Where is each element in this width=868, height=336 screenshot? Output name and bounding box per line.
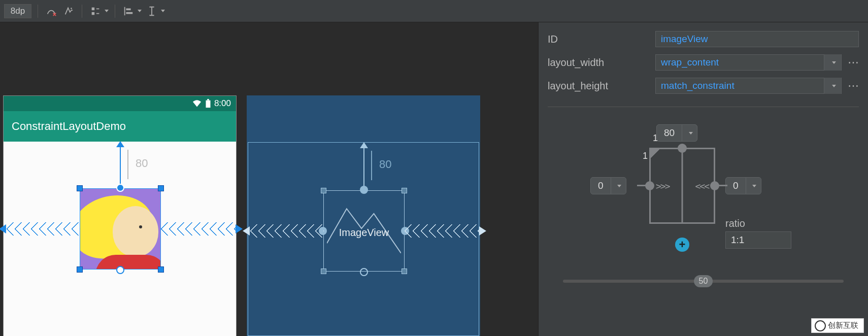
blueprint-preview: 80 ImageView	[247, 95, 480, 336]
attr-label-width: layout_width	[548, 57, 649, 69]
ratio-toggle-icon[interactable]	[649, 148, 661, 160]
infer-constraints-icon[interactable]	[61, 4, 76, 18]
width-mode-icon[interactable]: >>>	[656, 181, 670, 191]
resize-handle[interactable]	[158, 266, 164, 273]
ratio-label: ratio	[725, 218, 791, 229]
app-title: ConstraintLayoutDemo	[12, 120, 126, 133]
chevron-down-icon	[105, 10, 109, 12]
toolbar-separator	[38, 5, 38, 18]
layout-height-select[interactable]: match_constraint	[655, 78, 842, 94]
arrow-right-icon	[479, 226, 486, 236]
svg-rect-10	[207, 99, 209, 100]
left-margin-input[interactable]: 0	[590, 177, 626, 194]
arrow-left-icon	[0, 224, 6, 233]
avatar-image	[80, 189, 160, 269]
right-margin-value: 0	[726, 180, 746, 191]
right-anchor[interactable]	[710, 181, 719, 190]
resize-handle[interactable]	[158, 185, 164, 191]
ratio-field: ratio 1:1	[725, 218, 791, 249]
svg-rect-4	[92, 7, 95, 10]
svg-point-2	[71, 8, 72, 9]
attributes-panel: ID imageView layout_width wrap_content ⋯…	[538, 22, 868, 336]
attr-label-id: ID	[548, 33, 649, 45]
attr-row-height: layout_height match_constraint ⋯	[548, 74, 859, 97]
add-bottom-constraint-icon[interactable]: +	[675, 238, 689, 252]
view-label: ImageView	[339, 227, 389, 239]
ratio-input[interactable]: 1:1	[725, 231, 791, 249]
pack-icon	[88, 4, 103, 18]
arrow-right-icon	[236, 224, 243, 233]
image-view-blueprint[interactable]: ImageView	[323, 190, 405, 272]
chevron-down-icon	[138, 10, 142, 12]
spring-constraint-left	[250, 224, 324, 238]
status-bar: 8:00	[4, 96, 236, 111]
layout-editor-toolbar: 8dp	[0, 0, 868, 22]
preview-body: 80	[4, 142, 236, 336]
right-margin-input[interactable]: 0	[725, 177, 761, 194]
default-margin-input[interactable]: 8dp	[4, 4, 31, 18]
top-margin-label: 80	[379, 158, 391, 171]
battery-icon	[205, 99, 211, 108]
arrow-up-icon	[360, 142, 368, 148]
svg-point-3	[72, 10, 73, 11]
guidelines-dropdown[interactable]	[145, 4, 165, 18]
top-constraint-line	[120, 142, 121, 188]
svg-rect-8	[126, 12, 132, 14]
pack-dropdown[interactable]	[88, 4, 109, 18]
svg-rect-7	[126, 8, 130, 10]
chevron-down-icon[interactable]	[611, 178, 626, 194]
toolbar-separator	[115, 5, 115, 18]
width-mode-icon[interactable]: <<<	[695, 181, 709, 191]
align-icon	[121, 4, 136, 18]
resize-handle[interactable]	[321, 268, 326, 274]
resize-handle[interactable]	[402, 268, 407, 274]
constraint-box[interactable]: 1 1 >>> <<< +	[649, 148, 715, 224]
top-constraint-line	[363, 143, 364, 190]
clear-constraints-icon[interactable]	[44, 4, 58, 18]
top-margin-label: 80	[136, 157, 148, 170]
spring-constraint-right	[404, 224, 479, 238]
top-anchor[interactable]	[678, 144, 687, 153]
horizontal-bias-slider[interactable]: 50	[563, 280, 844, 283]
left-anchor[interactable]	[645, 181, 654, 190]
more-options-icon[interactable]: ⋯	[848, 79, 859, 92]
attr-row-width: layout_width wrap_content ⋯	[548, 51, 859, 74]
arrow-up-icon	[116, 141, 124, 147]
more-options-icon[interactable]: ⋯	[848, 56, 859, 69]
constraint-handle-bottom[interactable]	[360, 268, 368, 276]
chevron-down-icon[interactable]	[682, 125, 697, 141]
chevron-down-icon[interactable]	[746, 178, 761, 194]
align-dropdown[interactable]	[121, 4, 142, 18]
svg-rect-6	[124, 7, 125, 15]
design-preview: 8:00 ConstraintLayoutDemo 80	[3, 95, 237, 336]
arrow-left-icon	[243, 226, 250, 236]
constraint-handle-bottom[interactable]	[116, 266, 124, 274]
resize-handle[interactable]	[402, 188, 407, 193]
id-input[interactable]: imageView	[655, 31, 859, 47]
constraint-widget: 80 0 0 1 1 >>> <<< +	[548, 122, 859, 315]
spring-constraint-left	[6, 222, 80, 236]
resize-handle[interactable]	[77, 266, 83, 273]
spring-constraint-right	[160, 222, 236, 236]
inner-left-label: 1	[643, 151, 648, 161]
bias-value[interactable]: 50	[694, 275, 713, 287]
constraint-handle-top[interactable]	[360, 186, 368, 194]
top-margin-input[interactable]: 80	[656, 124, 697, 142]
chevron-down-icon[interactable]	[824, 78, 841, 94]
layout-height-value: match_constraint	[661, 80, 824, 91]
watermark: 创新互联	[811, 318, 864, 333]
resize-handle[interactable]	[77, 185, 83, 191]
toolbar-separator	[82, 5, 82, 18]
layout-width-select[interactable]: wrap_content	[655, 54, 842, 71]
attr-label-height: layout_height	[548, 80, 649, 92]
design-surface[interactable]: 8:00 ConstraintLayoutDemo 80	[0, 22, 538, 336]
attributes-separator	[548, 107, 859, 107]
image-view[interactable]	[80, 188, 161, 270]
resize-handle[interactable]	[321, 188, 326, 193]
chevron-down-icon	[161, 10, 165, 12]
inner-top-label: 1	[653, 133, 658, 144]
attr-row-id: ID imageView	[548, 27, 859, 51]
svg-rect-5	[92, 12, 95, 15]
chevron-down-icon[interactable]	[824, 54, 841, 71]
constraint-handle-top[interactable]	[116, 184, 124, 192]
